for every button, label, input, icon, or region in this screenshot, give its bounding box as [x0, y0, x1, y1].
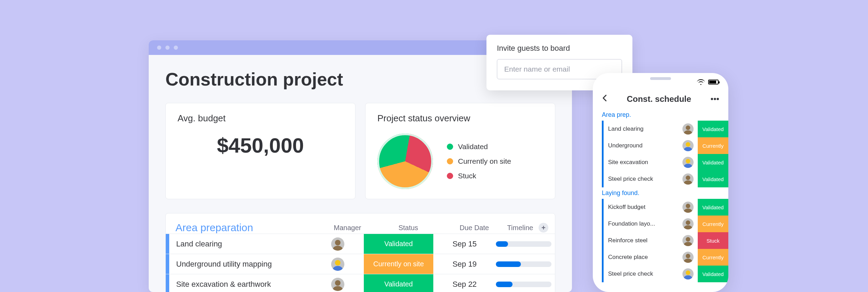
avatar[interactable] [682, 252, 694, 263]
mobile-row[interactable]: Foundation layo... Currently [593, 216, 728, 232]
mobile-row[interactable]: Kickoff budget Validated [593, 199, 728, 216]
status-card-title: Project status overview [377, 113, 543, 124]
row-accent-bar [166, 254, 169, 274]
mobile-task-name: Foundation layo... [608, 220, 678, 227]
legend-dot [447, 158, 453, 164]
device-notch [633, 73, 688, 83]
table-row[interactable]: Underground utility mapping Currently on… [166, 254, 555, 274]
mobile-group-title[interactable]: Area prep. [593, 109, 728, 121]
mobile-status-chip[interactable]: Validated [698, 266, 728, 282]
mobile-row[interactable]: Concrete place Currently [593, 249, 728, 266]
legend-label: Validated [458, 143, 488, 151]
col-head-status[interactable]: Status [374, 224, 443, 232]
status-icons [697, 79, 719, 85]
mobile-device: Const. schedule ••• Area prep. Land clea… [593, 73, 728, 292]
avatar[interactable] [331, 237, 344, 251]
mobile-task-name: Kickoff budget [608, 204, 678, 211]
timeline-cell[interactable] [496, 282, 551, 287]
back-button[interactable] [602, 94, 607, 104]
timeline-fill [496, 261, 521, 267]
avatar[interactable] [682, 173, 694, 185]
manager-cell[interactable] [312, 278, 364, 291]
mobile-status-chip[interactable]: Validated [698, 154, 728, 171]
avatar[interactable] [682, 235, 694, 246]
task-name[interactable]: Land clearing [176, 240, 222, 249]
budget-card-title: Avg. budget [178, 113, 343, 124]
status-chip[interactable]: Validated [364, 234, 433, 254]
window-dot [165, 46, 170, 50]
mobile-task-name: Reinforce steel [608, 237, 678, 244]
status-cell[interactable]: Currently on site [364, 254, 433, 274]
avatar[interactable] [331, 278, 344, 291]
due-date-cell[interactable]: Sep 22 [433, 280, 496, 289]
timeline-cell[interactable] [496, 261, 551, 267]
avatar[interactable] [331, 258, 344, 271]
avatar[interactable] [682, 157, 694, 168]
timeline-bar [496, 241, 551, 247]
legend-label: Currently on site [458, 157, 511, 165]
budget-value: $450,000 [178, 133, 343, 157]
chevron-left-icon [602, 94, 607, 102]
manager-cell[interactable] [312, 258, 364, 271]
avatar[interactable] [682, 202, 694, 213]
mobile-status-chip[interactable]: Stuck [698, 232, 728, 249]
timeline-fill [496, 282, 513, 287]
status-cell[interactable]: Validated [364, 274, 433, 292]
mobile-task-name: Concrete place [608, 254, 678, 261]
section-title[interactable]: Area preparation [175, 222, 321, 234]
mobile-task-name: Site excavation [608, 159, 678, 166]
task-cell: Land clearing [166, 234, 312, 254]
plus-icon: + [541, 224, 546, 232]
legend-item: Currently on site [447, 157, 511, 165]
mobile-row[interactable]: Reinforce steel Stuck [593, 232, 728, 249]
legend-dot [447, 173, 453, 179]
col-head-due[interactable]: Due Date [443, 224, 506, 232]
more-button[interactable]: ••• [711, 94, 719, 104]
cards-row: Avg. budget $450,000 Project status over… [165, 103, 555, 199]
budget-card: Avg. budget $450,000 [165, 103, 355, 199]
add-column-button[interactable]: + [539, 223, 548, 233]
pie-chart [377, 133, 433, 189]
mobile-row[interactable]: Steel price check Validated [593, 171, 728, 187]
more-icon: ••• [711, 94, 719, 104]
mobile-group-title[interactable]: Laying found. [593, 187, 728, 199]
avatar[interactable] [682, 218, 694, 229]
status-cell[interactable]: Validated [364, 234, 433, 254]
timeline-bar [496, 282, 551, 287]
due-date-cell[interactable]: Sep 15 [433, 240, 496, 249]
status-chip[interactable]: Currently on site [364, 254, 433, 274]
timeline-fill [496, 241, 508, 247]
invite-title: Invite guests to board [497, 44, 622, 53]
window-dot [174, 46, 178, 50]
mobile-task-name: Steel price check [608, 176, 678, 182]
legend-dot [447, 144, 453, 150]
mobile-status-chip[interactable]: Currently [698, 249, 728, 266]
due-date-cell[interactable]: Sep 19 [433, 260, 496, 269]
mobile-status-chip[interactable]: Currently [698, 137, 728, 154]
avatar[interactable] [682, 268, 694, 279]
pie-wrap: ValidatedCurrently on siteStuck [377, 133, 543, 189]
col-head-manager[interactable]: Manager [321, 224, 374, 232]
task-name[interactable]: Site excavation & earthwork [176, 280, 271, 289]
legend-item: Stuck [447, 172, 511, 180]
mobile-row[interactable]: Steel price check Validated [593, 266, 728, 282]
table-row[interactable]: Land clearing Validated Sep 15 [166, 234, 555, 254]
mobile-status-chip[interactable]: Validated [698, 121, 728, 137]
mobile-title: Const. schedule [627, 94, 691, 104]
mobile-row[interactable]: Land clearing Validated [593, 121, 728, 137]
task-name[interactable]: Underground utility mapping [176, 260, 272, 269]
col-head-timeline[interactable]: Timeline [506, 224, 535, 232]
mobile-status-chip[interactable]: Validated [698, 171, 728, 187]
timeline-cell[interactable] [496, 241, 551, 247]
mobile-status-chip[interactable]: Validated [698, 199, 728, 216]
battery-icon [708, 80, 719, 84]
manager-cell[interactable] [312, 237, 364, 251]
avatar[interactable] [682, 140, 694, 151]
status-chip[interactable]: Validated [364, 274, 433, 292]
mobile-row[interactable]: Site excavation Validated [593, 154, 728, 171]
avatar[interactable] [682, 123, 694, 135]
mobile-row[interactable]: Underground Currently [593, 137, 728, 154]
mobile-status-chip[interactable]: Currently [698, 216, 728, 232]
table-row[interactable]: Site excavation & earthwork Validated Se… [166, 274, 555, 292]
task-cell: Underground utility mapping [166, 254, 312, 274]
